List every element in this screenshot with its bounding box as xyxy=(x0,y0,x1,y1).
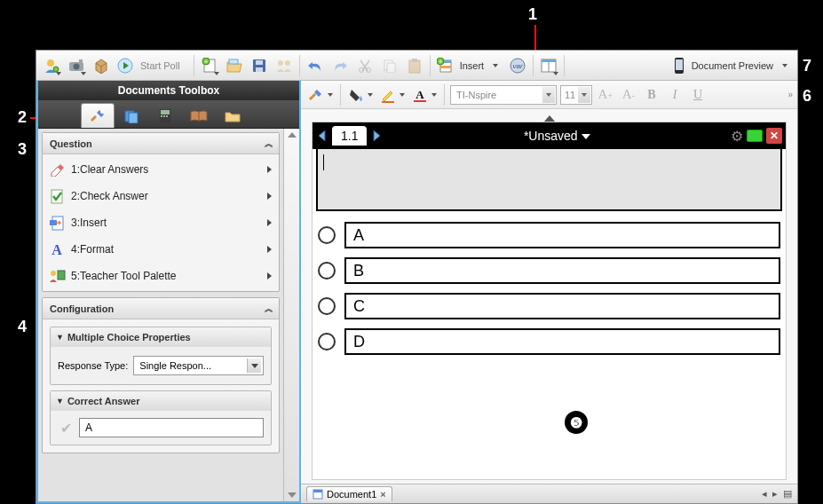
redo-icon[interactable] xyxy=(328,54,352,77)
svg-rect-18 xyxy=(387,63,395,73)
svg-point-3 xyxy=(74,63,80,69)
menu-insert[interactable]: 3:Insert xyxy=(43,209,279,236)
document-canvas: 1.1 *Unsaved ⚙ ✕ xyxy=(312,122,787,480)
nav-prev-icon[interactable] xyxy=(316,127,327,145)
app-window: Start Poll + xyxy=(36,50,798,504)
choice-row: B xyxy=(318,257,780,284)
callout-4: 4 xyxy=(18,318,27,336)
fill-color-icon[interactable] xyxy=(346,84,375,106)
open-icon[interactable] xyxy=(223,54,246,77)
choice-radio[interactable] xyxy=(318,333,336,350)
insert-element-icon xyxy=(48,214,66,232)
toolbox-scrollbar[interactable] xyxy=(283,129,299,501)
resize-handle-icon[interactable] xyxy=(544,115,555,122)
tab-list-icon[interactable]: ▤ xyxy=(783,488,792,500)
menu-teacher-tool-palette[interactable]: 5:Teacher Tool Palette xyxy=(43,263,279,289)
documents-toolbox-panel: Documents Toolbox xyxy=(36,81,301,503)
svg-text:A: A xyxy=(51,242,62,257)
new-doc-icon[interactable]: + xyxy=(198,54,221,77)
configuration-header[interactable]: Configuration ︽ xyxy=(43,298,279,319)
choice-row: C xyxy=(318,293,780,319)
text-color-icon[interactable]: A xyxy=(410,84,439,106)
choice-input[interactable]: B xyxy=(344,257,780,284)
question-header[interactable]: Question ︽ xyxy=(43,133,279,154)
class-icon[interactable] xyxy=(273,54,296,77)
tab-nav-prev-icon[interactable]: ◂ xyxy=(762,488,767,500)
increase-font-icon[interactable]: A+ xyxy=(596,85,615,105)
font-size-select[interactable]: 11 xyxy=(560,85,592,105)
svg-rect-30 xyxy=(542,59,556,62)
correct-answer-input[interactable] xyxy=(79,418,264,437)
check-doc-icon xyxy=(48,187,66,205)
configuration-accordion: Configuration ︽ ▼ Multiple Choice Proper… xyxy=(42,297,280,453)
choice-input[interactable]: C xyxy=(344,293,780,319)
user-icon[interactable] xyxy=(40,54,63,77)
choice-radio[interactable] xyxy=(318,226,336,244)
tab-folder-icon[interactable] xyxy=(216,103,249,128)
document-title[interactable]: *Unsaved xyxy=(383,129,731,143)
layout-icon[interactable] xyxy=(537,54,560,77)
svg-rect-48 xyxy=(382,101,394,103)
correct-answer-header[interactable]: ▼ Correct Answer xyxy=(51,391,271,411)
copy-icon[interactable] xyxy=(378,54,401,77)
close-icon[interactable]: ✕ xyxy=(766,128,782,144)
question-stem-field[interactable] xyxy=(316,149,782,211)
svg-rect-40 xyxy=(166,115,168,117)
paste-icon[interactable] xyxy=(403,54,426,77)
choice-radio[interactable] xyxy=(318,262,336,280)
tab-book-icon[interactable] xyxy=(182,103,216,128)
tab-tools-icon[interactable] xyxy=(81,103,115,128)
teacher-icon xyxy=(48,267,66,285)
choice-row: A xyxy=(318,222,780,248)
choices-list: A B C D xyxy=(313,217,786,373)
choice-radio[interactable] xyxy=(318,297,336,315)
callout-6: 6 xyxy=(803,87,811,106)
menu-clear-answers[interactable]: 1:Clear Answers xyxy=(43,156,279,183)
format-a-icon: A xyxy=(48,240,66,258)
underline-button[interactable]: U xyxy=(688,85,708,105)
overflow-icon[interactable]: » xyxy=(787,90,792,99)
wrench-icon[interactable] xyxy=(306,84,335,106)
var-icon[interactable]: var xyxy=(506,54,529,77)
start-poll-button[interactable]: Start Poll xyxy=(115,54,190,77)
svg-point-13 xyxy=(278,60,283,66)
camera-icon[interactable] xyxy=(65,54,88,77)
line-color-icon[interactable] xyxy=(378,84,407,106)
italic-button[interactable]: I xyxy=(665,85,685,105)
svg-rect-52 xyxy=(313,490,322,492)
svg-rect-9 xyxy=(229,59,238,64)
insert-button[interactable]: + Insert xyxy=(434,54,505,77)
close-tab-icon[interactable]: × xyxy=(380,489,385,500)
settings-gear-icon[interactable]: ⚙ xyxy=(731,128,743,145)
svg-rect-12 xyxy=(256,67,263,72)
choice-input[interactable]: D xyxy=(344,328,780,355)
calculator-header: 1.1 *Unsaved ⚙ ✕ xyxy=(313,122,786,149)
svg-rect-50 xyxy=(414,100,426,102)
document-tab[interactable]: Document1 × xyxy=(306,486,392,501)
callout-3: 3 xyxy=(18,140,27,159)
mc-properties-header[interactable]: ▼ Multiple Choice Properties xyxy=(51,327,271,347)
response-type-select[interactable]: Single Respon... xyxy=(133,356,264,375)
response-type-label: Response Type: xyxy=(58,360,128,371)
svg-rect-23 xyxy=(440,66,451,68)
cut-icon[interactable] xyxy=(353,54,376,77)
choice-input[interactable]: A xyxy=(344,222,780,248)
package-icon[interactable] xyxy=(90,54,113,77)
menu-check-answer[interactable]: 2:Check Answer xyxy=(43,183,279,209)
undo-icon[interactable] xyxy=(304,54,327,77)
tab-calculator-icon[interactable] xyxy=(148,103,182,128)
menu-format[interactable]: A 4:Format xyxy=(43,236,279,263)
nav-next-icon[interactable] xyxy=(372,127,383,145)
document-tabstrip: Document1 × ◂ ▸ ▤ xyxy=(301,484,797,503)
page-tab[interactable]: 1.1 xyxy=(332,126,367,146)
save-icon[interactable] xyxy=(248,54,271,77)
svg-text:+: + xyxy=(439,59,442,65)
decrease-font-icon[interactable]: A- xyxy=(619,85,638,105)
callout-7: 7 xyxy=(803,57,811,75)
tab-nav-next-icon[interactable]: ▸ xyxy=(772,488,778,500)
bold-button[interactable]: B xyxy=(642,85,661,105)
font-family-select[interactable]: TI-Nspire xyxy=(450,85,557,105)
toolbox-title: Documents Toolbox xyxy=(38,81,299,100)
tab-pages-icon[interactable] xyxy=(115,103,148,128)
document-preview-button[interactable]: Document Preview xyxy=(671,54,794,77)
